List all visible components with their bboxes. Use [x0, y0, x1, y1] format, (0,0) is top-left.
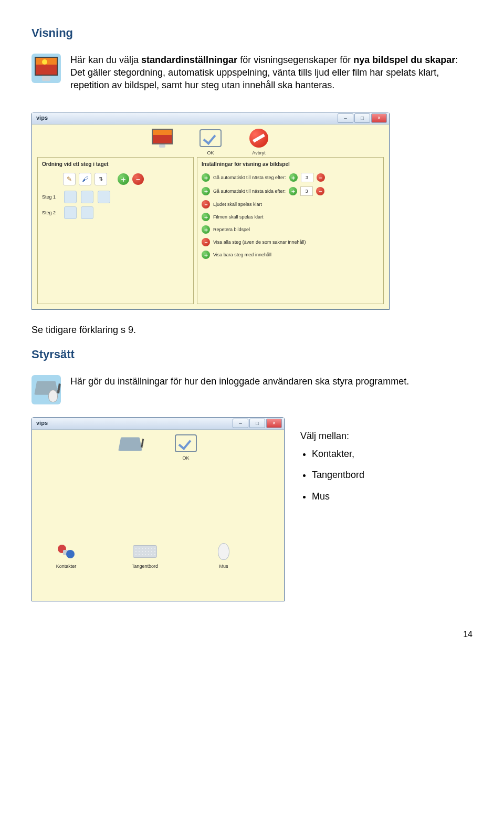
- step-slot[interactable]: [64, 191, 77, 203]
- see-earlier-text: Se tidigare förklaring s 9.: [32, 324, 472, 336]
- right-pane: Inställningar för visning av bildspel ＋ …: [197, 157, 384, 304]
- left-pane-title: Ordning vid ett steg i taget: [42, 161, 189, 168]
- toggle-on-icon[interactable]: ＋: [202, 187, 210, 195]
- setting-show-all: － Visa alla steg (även de som saknar inn…: [202, 238, 379, 246]
- setting-label: Gå automatiskt till nästa sida efter:: [213, 188, 286, 194]
- maximize-button[interactable]: □: [354, 113, 370, 123]
- brush-icon[interactable]: 🖌: [79, 173, 91, 185]
- toolbar-label: Avbryt: [247, 150, 271, 156]
- toolbar-item-tablet: [118, 433, 142, 461]
- window-buttons: – □ ×: [233, 419, 282, 428]
- toggle-on-icon[interactable]: ＋: [202, 173, 210, 182]
- list-item: Tangentbord: [312, 469, 364, 481]
- ok-button[interactable]: OK: [198, 128, 223, 156]
- intro-paragraph-styrsatt: Här gör du inställningar för hur den inl…: [70, 375, 472, 388]
- step-tools-row: ✎ 🖌 ⇅ ＋ －: [63, 173, 189, 185]
- tablet-icon: [118, 437, 142, 451]
- decrease-button[interactable]: －: [316, 187, 324, 195]
- step-slot[interactable]: [98, 191, 110, 203]
- setting-show-only: ＋ Visa bara steg med innehåll: [202, 251, 379, 259]
- increase-button[interactable]: ＋: [289, 187, 297, 195]
- choose-between-block: Välj mellan: Kontakter, Tangentbord Mus: [300, 414, 364, 511]
- maximize-button[interactable]: □: [249, 419, 265, 428]
- toggle-off-icon[interactable]: －: [202, 200, 210, 209]
- toggle-on-icon[interactable]: ＋: [202, 213, 210, 221]
- left-pane: Ordning vid ett steg i taget ✎ 🖌 ⇅ ＋ － S…: [37, 157, 194, 304]
- setting-label: Repetera bildspel: [213, 226, 250, 233]
- ok-button[interactable]: OK: [174, 433, 198, 461]
- step-slot[interactable]: [64, 206, 77, 219]
- step-label: Steg 1: [42, 194, 60, 200]
- monitor-icon: [32, 54, 61, 83]
- step-slot[interactable]: [81, 191, 93, 203]
- settings-window-visning: vips – □ × OK Avbryt Ordning vid ett ste…: [32, 112, 390, 310]
- tablet-mouse-icon: [32, 375, 61, 404]
- section-heading-visning: Visning: [32, 25, 472, 41]
- monitor-stand-icon: [42, 76, 50, 81]
- decrease-button[interactable]: －: [317, 173, 325, 182]
- toggle-off-icon[interactable]: －: [202, 238, 210, 246]
- setting-label: Gå automatiskt till nästa steg efter:: [213, 174, 286, 181]
- window-and-list-row: vips – □ × OK Kontakter T: [32, 414, 472, 601]
- option-label: Mus: [205, 563, 242, 569]
- value-box: 3: [301, 173, 313, 182]
- option-label: Kontakter: [48, 563, 85, 569]
- setting-label: Filmen skall spelas klart: [213, 214, 264, 220]
- option-kontakter[interactable]: Kontakter: [48, 541, 85, 569]
- window-toolbar: OK Avbryt: [32, 124, 389, 157]
- monitor-icon: [150, 128, 174, 149]
- control-options-row: Kontakter Tangentbord Mus: [32, 520, 284, 575]
- choose-label: Välj mellan:: [300, 430, 364, 442]
- right-pane-title: Inställningar för visning av bildspel: [202, 161, 379, 168]
- step-slot[interactable]: [81, 206, 93, 219]
- option-mus[interactable]: Mus: [205, 541, 242, 569]
- toolbar-item-monitor: [150, 128, 174, 156]
- step-row-1: Steg 1: [42, 191, 189, 203]
- pencil-icon[interactable]: ✎: [63, 173, 76, 185]
- list-item: Kontakter,: [312, 448, 364, 460]
- step-row-2: Steg 2: [42, 206, 189, 219]
- setting-label: Ljudet skall spelas klart: [213, 201, 262, 207]
- toggle-on-icon[interactable]: ＋: [202, 225, 210, 234]
- text-bold: nya bildspel du skapar: [353, 55, 455, 65]
- intro-row: Här kan du välja standardinställningar f…: [32, 54, 472, 102]
- minimize-button[interactable]: –: [338, 113, 353, 123]
- list-item: Mus: [312, 490, 364, 503]
- close-button[interactable]: ×: [371, 113, 387, 123]
- text: för visningsegenskaper för: [237, 55, 353, 65]
- close-button[interactable]: ×: [266, 419, 282, 428]
- toggle-on-icon[interactable]: ＋: [202, 251, 210, 259]
- option-tangentbord[interactable]: Tangentbord: [127, 541, 163, 569]
- toolbar-label: OK: [174, 455, 198, 461]
- text: Här kan du välja: [70, 55, 141, 65]
- cancel-button[interactable]: Avbryt: [247, 128, 271, 156]
- step-label: Steg 2: [42, 210, 60, 216]
- section-heading-styrsatt: Styrsätt: [32, 347, 472, 362]
- setting-label: Visa bara steg med innehåll: [213, 252, 271, 258]
- minimize-button[interactable]: –: [233, 419, 248, 428]
- window-toolbar: OK: [32, 430, 284, 462]
- increase-button[interactable]: ＋: [289, 173, 298, 182]
- add-step-button[interactable]: ＋: [118, 173, 129, 185]
- option-label: Tangentbord: [127, 563, 163, 569]
- window-title: vips: [34, 419, 233, 427]
- setting-repeat: ＋ Repetera bildspel: [202, 225, 379, 234]
- checkmark-icon: [200, 129, 222, 147]
- keyboard-icon: [133, 545, 157, 558]
- checkmark-icon: [175, 434, 197, 452]
- setting-label: Visa alla steg (även de som saknar inneh…: [213, 239, 306, 245]
- setting-auto-next-page: ＋ Gå automatiskt till nästa sida efter: …: [202, 186, 379, 196]
- page-number: 14: [32, 629, 472, 640]
- intro-row-styrsatt: Här gör du inställningar för hur den inl…: [32, 375, 472, 404]
- two-pane-area: Ordning vid ett steg i taget ✎ 🖌 ⇅ ＋ － S…: [32, 157, 389, 309]
- mouse-icon: [48, 390, 58, 402]
- setting-auto-next-step: ＋ Gå automatiskt till nästa steg efter: …: [202, 173, 379, 182]
- mouse-icon: [218, 543, 229, 560]
- window-titlebar: vips – □ ×: [32, 112, 389, 124]
- toolbar-label: OK: [198, 150, 223, 156]
- remove-step-button[interactable]: －: [132, 173, 144, 185]
- window-buttons: – □ ×: [338, 113, 387, 123]
- intro-paragraph-visning: Här kan du välja standardinställningar f…: [70, 54, 472, 92]
- text-bold: standardinställningar: [141, 55, 237, 65]
- move-icon[interactable]: ⇅: [94, 173, 107, 185]
